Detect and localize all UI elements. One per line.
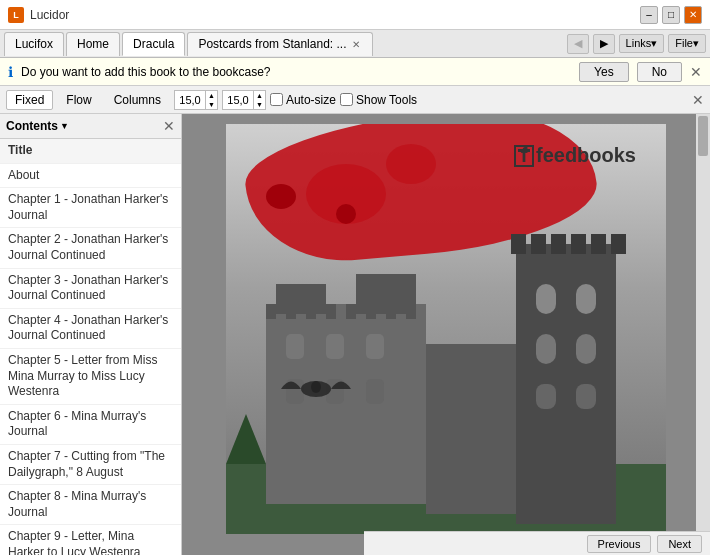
showtools-checkbox-label: Show Tools [340, 93, 417, 107]
links-button[interactable]: Links▾ [619, 34, 665, 53]
svg-rect-8 [326, 304, 336, 319]
svg-rect-17 [571, 234, 586, 254]
minimize-button[interactable]: – [640, 6, 658, 24]
flow-button[interactable]: Flow [57, 90, 100, 110]
dropdown-icon: ▼ [60, 121, 69, 131]
tab-close-icon[interactable]: ✕ [350, 39, 362, 50]
svg-rect-2 [266, 304, 426, 504]
svg-rect-9 [346, 304, 356, 319]
svg-rect-21 [576, 284, 596, 314]
size1-spinner[interactable]: ▲ ▼ [174, 90, 218, 110]
svg-rect-22 [536, 334, 556, 364]
content-scroll[interactable]: f feedbooks [182, 114, 710, 555]
scrollbar-thumb [698, 116, 708, 156]
svg-rect-18 [591, 234, 606, 254]
svg-rect-3 [276, 284, 326, 314]
tab-home[interactable]: Home [66, 32, 120, 56]
size2-spinner[interactable]: ▲ ▼ [222, 90, 266, 110]
size1-up-icon[interactable]: ▲ [206, 91, 217, 100]
notification-text: Do you want to add this book to the book… [21, 65, 571, 79]
sidebar-item-ch7[interactable]: Chapter 7 - Cutting from "The Dailygraph… [0, 445, 181, 485]
tab-lucifox[interactable]: Lucifox [4, 32, 64, 56]
svg-rect-12 [406, 304, 416, 319]
sidebar-item-ch3[interactable]: Chapter 3 - Jonathan Harker's Journal Co… [0, 269, 181, 309]
blood-drip2 [386, 144, 436, 184]
tab-postcards[interactable]: Postcards from Stanland: ... ✕ [187, 32, 373, 56]
app-title: Lucidor [30, 8, 634, 22]
content-scrollbar[interactable] [696, 114, 710, 533]
sidebar-item-title: Title [0, 139, 181, 164]
sidebar-item-ch4[interactable]: Chapter 4 - Jonathan Harker's Journal Co… [0, 309, 181, 349]
toolbar-close-icon[interactable]: ✕ [692, 92, 704, 108]
showtools-checkbox[interactable] [340, 93, 353, 106]
svg-rect-26 [426, 344, 516, 514]
forward-button[interactable]: ▶ [593, 34, 615, 54]
svg-rect-32 [366, 379, 384, 404]
tab-nav: ◀ ▶ Links▾ File▾ [567, 34, 706, 54]
svg-rect-14 [511, 234, 526, 254]
castle-svg [226, 224, 666, 534]
size2-up-icon[interactable]: ▲ [254, 91, 265, 100]
svg-rect-10 [366, 304, 376, 319]
sidebar-header: Contents ▼ ✕ [0, 114, 181, 139]
no-button[interactable]: No [637, 62, 682, 82]
sidebar-item-ch5[interactable]: Chapter 5 - Letter from Miss Mina Murray… [0, 349, 181, 405]
sidebar-item-ch9[interactable]: Chapter 9 - Letter, Mina Harker to Lucy … [0, 525, 181, 555]
toolbar: Fixed Flow Columns ▲ ▼ ▲ ▼ Auto-size Sho… [0, 86, 710, 114]
sidebar-item-ch1[interactable]: Chapter 1 - Jonathan Harker's Journal [0, 188, 181, 228]
info-icon: ℹ [8, 64, 13, 80]
svg-point-34 [311, 381, 321, 393]
size1-input[interactable] [175, 91, 205, 109]
notification-close-icon[interactable]: ✕ [690, 64, 702, 80]
app-icon: L [8, 7, 24, 23]
notification-bar: ℹ Do you want to add this book to the bo… [0, 58, 710, 86]
bottom-bar: Previous Next [364, 531, 710, 555]
fixed-button[interactable]: Fixed [6, 90, 53, 110]
svg-rect-29 [366, 334, 384, 359]
window-controls: – □ ✕ [640, 6, 702, 24]
svg-rect-7 [306, 304, 316, 319]
svg-rect-24 [536, 384, 556, 409]
svg-rect-23 [576, 334, 596, 364]
tab-dracula[interactable]: Dracula [122, 32, 185, 56]
svg-rect-19 [611, 234, 626, 254]
contents-selector[interactable]: Contents ▼ [6, 119, 69, 133]
tab-bar: Lucifox Home Dracula Postcards from Stan… [0, 30, 710, 58]
back-button[interactable]: ◀ [567, 34, 589, 54]
svg-rect-5 [266, 304, 276, 319]
maximize-button[interactable]: □ [662, 6, 680, 24]
svg-rect-13 [516, 244, 616, 524]
size1-down-icon[interactable]: ▼ [206, 100, 217, 109]
autosize-checkbox-label: Auto-size [270, 93, 336, 107]
blood-drip3 [266, 184, 296, 209]
svg-rect-27 [286, 334, 304, 359]
sidebar-close-icon[interactable]: ✕ [163, 118, 175, 134]
next-button[interactable]: Next [657, 535, 702, 553]
sidebar-list: Title About Chapter 1 - Jonathan Harker'… [0, 139, 181, 555]
sidebar-item-ch6[interactable]: Chapter 6 - Mina Murray's Journal [0, 405, 181, 445]
columns-button[interactable]: Columns [105, 90, 170, 110]
sidebar-item-ch2[interactable]: Chapter 2 - Jonathan Harker's Journal Co… [0, 228, 181, 268]
svg-rect-16 [551, 234, 566, 254]
size2-down-icon[interactable]: ▼ [254, 100, 265, 109]
close-button[interactable]: ✕ [684, 6, 702, 24]
size2-input[interactable] [223, 91, 253, 109]
svg-rect-6 [286, 304, 296, 319]
content-area: f feedbooks [182, 114, 710, 555]
svg-rect-28 [326, 334, 344, 359]
svg-rect-25 [576, 384, 596, 409]
sidebar-item-about[interactable]: About [0, 164, 181, 189]
svg-rect-20 [536, 284, 556, 314]
autosize-checkbox[interactable] [270, 93, 283, 106]
previous-button[interactable]: Previous [587, 535, 652, 553]
book-cover-image: f feedbooks [226, 124, 666, 534]
feedbooks-icon: f [514, 145, 534, 167]
sidebar-item-ch8[interactable]: Chapter 8 - Mina Murray's Journal [0, 485, 181, 525]
svg-rect-11 [386, 304, 396, 319]
feedbooks-logo: f feedbooks [514, 144, 636, 167]
svg-rect-15 [531, 234, 546, 254]
main-area: Contents ▼ ✕ Title About Chapter 1 - Jon… [0, 114, 710, 555]
sidebar: Contents ▼ ✕ Title About Chapter 1 - Jon… [0, 114, 182, 555]
file-button[interactable]: File▾ [668, 34, 706, 53]
yes-button[interactable]: Yes [579, 62, 629, 82]
